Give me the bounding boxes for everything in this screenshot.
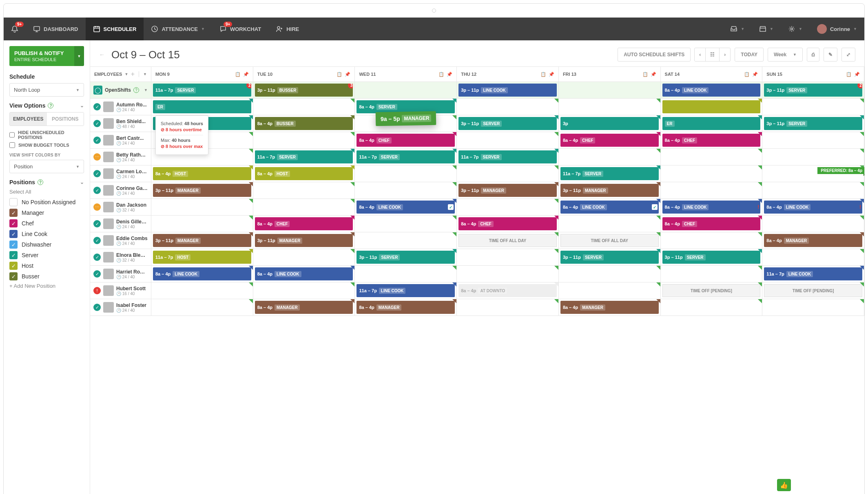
shift-block[interactable]: 8a – 4pHOST: [153, 167, 251, 180]
day-cell[interactable]: [355, 266, 457, 282]
day-cell[interactable]: 8a – 4pCHEF: [253, 216, 355, 232]
day-cell[interactable]: [661, 149, 763, 165]
day-cell[interactable]: [762, 216, 864, 232]
day-cell[interactable]: [355, 182, 457, 198]
day-cell[interactable]: 3p – 11pMANAGER: [253, 232, 355, 249]
day-cell[interactable]: [762, 132, 864, 148]
day-cell[interactable]: [559, 149, 661, 165]
shift-block[interactable]: 3p – 11pSERVER2: [764, 84, 862, 97]
day-cell[interactable]: TIME OFF ALL DAY: [559, 232, 661, 249]
position-filter[interactable]: ✓Line Cook: [9, 230, 84, 238]
day-cell[interactable]: ER: [661, 115, 763, 132]
day-cell[interactable]: 11a – 7pHOST: [151, 249, 253, 265]
auto-schedule-button[interactable]: AUTO SCHEDULE SHIFTS: [618, 48, 691, 62]
day-cell[interactable]: [457, 299, 559, 315]
shift-block[interactable]: 11a – 7pLINE COOK: [356, 284, 455, 297]
dragging-shift[interactable]: 9a – 5pMANAGER: [376, 111, 436, 126]
employee-cell[interactable]: ✓Autumn Ro...🕐 24 / 40: [90, 99, 151, 115]
employee-cell[interactable]: ✓Bert Castr...🕐 24 / 40: [90, 132, 151, 148]
day-cell[interactable]: 8a – 4pLINE COOK: [661, 82, 763, 98]
day-cell[interactable]: [762, 299, 864, 315]
shift-block[interactable]: 8a – 4pLINE COOK: [255, 267, 353, 280]
day-cell[interactable]: [559, 82, 661, 98]
day-cell[interactable]: 11a – 7pSERVER: [559, 165, 661, 182]
position-filter[interactable]: ✓Manager: [9, 209, 84, 217]
day-cell[interactable]: [762, 182, 864, 198]
clipboard-icon[interactable]: 📋: [235, 72, 241, 77]
day-cell[interactable]: 3p – 11pMANAGER: [457, 182, 559, 198]
edit-button[interactable]: ✎: [824, 48, 837, 62]
shift-block[interactable]: 8a – 4pCHEF: [560, 134, 659, 147]
shift-block[interactable]: 11a – 7pLINE COOK: [764, 267, 862, 280]
nav-settings[interactable]: ▼: [781, 18, 810, 40]
day-cell[interactable]: TIME OFF [PENDING]: [762, 282, 864, 299]
day-header[interactable]: FRI 13📋📌: [559, 67, 661, 82]
shift-block[interactable]: 8a – 4pLINE COOK: [662, 84, 761, 97]
employee-cell[interactable]: ✓Harriet Roberts🕐 24 / 40: [90, 266, 151, 282]
day-cell[interactable]: [559, 266, 661, 282]
day-cell[interactable]: [661, 182, 763, 198]
position-filter[interactable]: No Position Assigned: [9, 198, 84, 206]
day-cell[interactable]: [151, 216, 253, 232]
day-cell[interactable]: 3p – 11pSERVER: [762, 115, 864, 132]
shift-block[interactable]: 3p – 11pMANAGER: [560, 184, 659, 197]
day-cell[interactable]: 8a – 4pMANAGER: [355, 299, 457, 315]
pin-icon[interactable]: 📌: [243, 72, 249, 77]
day-cell[interactable]: 8a – 4pLINE COOK✓: [355, 199, 457, 215]
shift-block[interactable]: 8a – 4pMANAGER: [356, 301, 455, 314]
shift-block[interactable]: 3p – 11pBUSSER3: [255, 84, 353, 97]
clipboard-icon[interactable]: 📋: [744, 72, 750, 77]
schedule-select[interactable]: North Loop▼: [9, 83, 84, 97]
shift-block[interactable]: 8a – 4pMANAGER: [764, 234, 862, 247]
shift-block[interactable]: 8a – 4pLINE COOK: [153, 267, 251, 280]
nav-workchat[interactable]: 9+ WORKCHAT: [212, 18, 268, 40]
day-cell[interactable]: 8a – 4pCHEF: [661, 132, 763, 148]
day-cell[interactable]: 11a – 7pSERVER: [457, 149, 559, 165]
employee-cell[interactable]: ⋯Dan Jackson🕐 32 / 40: [90, 199, 151, 215]
day-cell[interactable]: 8a – 4pAT DOWNTO: [457, 282, 559, 299]
shift-block[interactable]: 8a – 4pLINE COOK!: [764, 201, 862, 214]
day-cell[interactable]: 3p – 11pSERVER: [355, 249, 457, 265]
day-cell[interactable]: [253, 182, 355, 198]
shift-block[interactable]: 8a – 4pBUSSER: [255, 117, 353, 130]
day-cell[interactable]: 8a – 4pBUSSER: [253, 115, 355, 132]
day-cell[interactable]: ER: [151, 99, 253, 115]
day-cell[interactable]: [559, 99, 661, 115]
employee-cell[interactable]: ✓Denis Gillespie🕐 24 / 40: [90, 216, 151, 232]
nav-hire[interactable]: HIRE: [268, 18, 306, 40]
calendar-picker-button[interactable]: ☷: [705, 48, 720, 62]
shift-block[interactable]: ER: [662, 117, 761, 130]
day-cell[interactable]: [559, 216, 661, 232]
day-cell[interactable]: 3p – 11pSERVER: [661, 249, 763, 265]
shift-block[interactable]: 11a – 7pSERVER: [458, 150, 557, 163]
day-cell[interactable]: 11a – 7pLINE COOK: [355, 282, 457, 299]
employee-cell[interactable]: ✓Carmen Lowe🕐 24 / 40: [90, 165, 151, 182]
shift-block[interactable]: 11a – 7pSERVER: [560, 167, 659, 180]
day-cell[interactable]: [457, 132, 559, 148]
shift-block[interactable]: 11a – 7pHOST: [153, 251, 251, 264]
day-cell[interactable]: [457, 266, 559, 282]
shift-block[interactable]: 11a – 7pSERVER: [356, 150, 455, 163]
day-cell[interactable]: [151, 199, 253, 215]
day-cell[interactable]: [661, 266, 763, 282]
approve-fab[interactable]: 👍: [777, 479, 791, 491]
day-cell[interactable]: 8a – 4pLINE COOK: [151, 266, 253, 282]
shift-block[interactable]: 3p – 11pMANAGER: [153, 184, 251, 197]
clipboard-icon[interactable]: 📋: [846, 72, 852, 77]
day-cell[interactable]: 8a – 4pHOST: [151, 165, 253, 182]
nav-user-menu[interactable]: Corinne▼: [810, 18, 864, 40]
day-cell[interactable]: 8a – 4pHOST: [253, 165, 355, 182]
pin-icon[interactable]: 📌: [752, 72, 758, 77]
day-cell[interactable]: 3p – 11pLINE COOK: [457, 82, 559, 98]
notifications-button[interactable]: 9+: [4, 18, 26, 40]
pin-icon[interactable]: 📌: [345, 72, 350, 77]
employee-cell[interactable]: ⋯Betty Rathmen🕐 24 / 40: [90, 149, 151, 165]
back-arrow[interactable]: ←: [99, 51, 105, 58]
day-cell[interactable]: 8a – 4pLINE COOK!: [762, 199, 864, 215]
pin-icon[interactable]: 📌: [651, 72, 656, 77]
employees-column-header[interactable]: EMPLOYEES▼ + ▼: [90, 67, 151, 82]
day-cell[interactable]: 8a – 4pCHEF: [355, 132, 457, 148]
day-cell[interactable]: 8a – 4pLINE COOK: [253, 266, 355, 282]
day-cell[interactable]: [355, 165, 457, 182]
toggle-positions[interactable]: POSITIONS: [47, 112, 84, 126]
